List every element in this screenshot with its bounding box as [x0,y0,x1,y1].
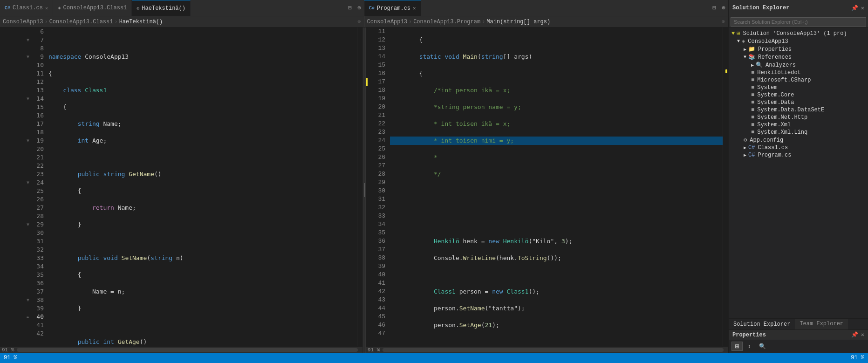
left-bc-class[interactable]: ConsoleApp13.Class1 [49,19,113,25]
left-code-content: namespace ConsoleApp13 { class Class1 { … [47,27,357,346]
props-grid-btn[interactable]: ⊞ [731,342,743,351]
props-sort-btn[interactable]: ↕ [745,342,754,351]
se-sysxmllinq-label: System.Xml.Linq [757,129,807,136]
se-class1cs-label: Class1.cs [758,144,788,151]
props-pin-btn[interactable]: 📌 [851,331,858,338]
status-bar: 91 % 91 % [0,353,868,363]
se-item-henkilotiedot[interactable]: ■ Henkilötiedot [729,69,868,76]
se-analyzers-label: Analyzers [765,62,796,68]
se-dataset-icon: ■ [751,107,754,113]
se-item-system-core[interactable]: ■ System.Core [729,91,868,99]
left-hscrollbar[interactable] [17,348,358,352]
left-bc-add-btn[interactable]: ⊕ [357,18,361,25]
se-references-arrow: ▼ [744,55,746,60]
tab-program-modified: ✕ [413,5,416,11]
status-right: 91 % [851,355,864,361]
right-bc-method[interactable]: Main(string[] args) [486,19,550,25]
se-henkilotiedot-label: Henkilötiedot [757,69,801,76]
se-properties-label: Properties [758,46,792,53]
props-search-btn[interactable]: 🔍 [756,342,769,351]
se-class1cs-icon: C# [748,144,755,151]
se-item-system-net-http[interactable]: ■ System.Net.Http [729,114,868,121]
tab-consoleapp13class1[interactable]: ◈ ConsoleApp13.Class1 [53,0,132,16]
se-item-appconfig[interactable]: ⚙ App.config [729,136,868,144]
right-hscrollbar[interactable] [383,348,724,352]
left-editor-scrollbar[interactable] [357,27,362,346]
right-bc-add-btn[interactable]: ⊕ [722,18,725,25]
left-bc-project[interactable]: ConsoleApp13 [3,19,43,25]
se-solution-label: Solution 'ConsoleApp13' (1 proj [743,30,847,37]
se-pin-btn[interactable]: 📌 [851,5,858,12]
right-zoom-status: 91 % [851,355,864,361]
right-bc-sep2: › [482,19,485,25]
tab-team-explorer[interactable]: Team Explorer [795,319,848,329]
tab-consoleapp13-label: ConsoleApp13.Class1 [63,5,127,11]
right-bc-project[interactable]: ConsoleApp13 [367,19,407,25]
right-line-numbers: 11 12 13 14 15 16 17 18 19 20 21 22 23 2… [373,27,388,346]
se-systemdata-label: System.Data [757,99,794,106]
se-item-class1cs[interactable]: ▶ C# Class1.cs [729,144,868,151]
se-sysxml-icon: ■ [751,122,754,128]
right-zoom: 91 % [368,347,380,353]
right-maximize-button[interactable]: ⊕ [719,0,728,16]
se-solution-icon: ⊞ [737,30,740,37]
se-item-system[interactable]: ■ System [729,84,868,91]
se-item-system-data-dataset[interactable]: ■ System.Data.DataSetE [729,106,868,114]
left-code-editor[interactable]: ▼ ▼ ▼ ▼ [24,27,357,346]
tab-class1-close[interactable]: ✕ [45,5,48,11]
se-project-arrow: ▼ [737,39,740,44]
se-item-microsoft-csharp[interactable]: ■ Microsoft.CSharp [729,76,868,84]
tab-class1[interactable]: C# Class1.cs ✕ [0,0,53,16]
editor-split-button[interactable]: ⊟ [345,0,355,16]
tab-program-icon: C# [369,6,375,11]
se-item-solution[interactable]: ▼ ⊞ Solution 'ConsoleApp13' (1 proj [729,29,868,37]
se-systemdata-icon: ■ [751,99,754,106]
se-item-programcs[interactable]: ▶ C# Program.cs [729,151,868,159]
se-program-arrow: ▶ [744,152,746,158]
left-line-numbers: 6 7 8 9 10 11 12 13 14 15 16 17 [32,27,47,346]
se-nethttp-icon: ■ [751,114,754,121]
se-system-icon: ■ [751,84,754,91]
se-systemcore-label: System.Core [757,92,794,98]
se-item-project[interactable]: ▼ ◈ ConsoleApp13 [729,37,868,45]
se-nethttp-label: System.Net.Http [757,114,807,121]
tab-haetekstina[interactable]: ⊕ HaeTekstinä() [132,0,191,16]
tab-program[interactable]: C# Program.cs ✕ [364,0,421,16]
se-references-icon: 📚 [748,54,755,61]
se-project-label: ConsoleApp13 [748,38,788,45]
right-editor-scrollbar[interactable] [723,27,728,346]
se-system-label: System [757,84,777,91]
tab-consoleapp13-icon: ◈ [58,5,61,11]
right-bc-class[interactable]: ConsoleApp13.Program [413,19,480,25]
se-properties-icon: 📁 [748,46,755,53]
right-split-button[interactable]: ⊟ [710,0,719,16]
editor-maximize-button[interactable]: ⊕ [355,0,364,16]
se-appconfig-label: App.config [750,137,783,144]
se-item-system-data[interactable]: ■ System.Data [729,99,868,106]
se-sysxmllinq-icon: ■ [751,129,754,136]
right-glyph-margin [366,27,373,346]
se-item-references[interactable]: ▼ 📚 References [729,53,868,61]
se-analyzers-icon: 🔍 [756,62,763,68]
tab-solution-explorer[interactable]: Solution Explorer [729,319,795,329]
se-search-input[interactable] [731,17,866,27]
se-tab-label: Solution Explorer [733,321,790,328]
props-close-btn[interactable]: ✕ [861,331,864,338]
status-left: 91 % [4,355,843,361]
tab-haetekstina-icon: ⊕ [137,6,139,11]
se-analyzers-arrow: ▶ [751,62,754,68]
se-item-system-xml[interactable]: ■ System.Xml [729,121,868,129]
solution-explorer-title: Solution Explorer [732,5,848,11]
se-solution-arrow: ▼ [731,30,735,37]
properties-panel: Properties 📌 ✕ ⊞ ↕ 🔍 [729,329,868,353]
se-item-system-xml-linq[interactable]: ■ System.Xml.Linq [729,129,868,136]
left-bc-method[interactable]: HaeTekstinä() [119,19,163,25]
team-explorer-label: Team Explorer [800,321,843,327]
se-mscsharp-label: Microsoft.CSharp [757,77,811,83]
se-item-analyzers[interactable]: ▶ 🔍 Analyzers [729,61,868,69]
left-zoom-status: 91 % [4,355,17,361]
se-close-btn[interactable]: ✕ [861,5,864,12]
se-item-properties[interactable]: ▶ 📁 Properties [729,45,868,53]
left-bc-sep1: › [44,19,48,25]
solution-explorer-panel: ▼ ⊞ Solution 'ConsoleApp13' (1 proj ▼ ◈ … [728,27,868,353]
